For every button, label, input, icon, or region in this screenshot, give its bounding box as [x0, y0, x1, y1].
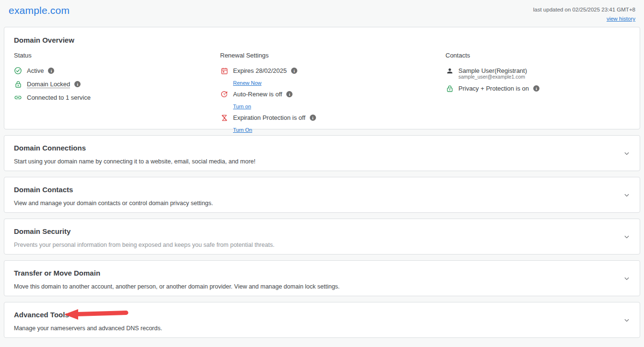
status-connected-label: Connected to 1 service	[27, 94, 91, 101]
renewal-item-expires: Expires 28/02/2025 i	[220, 67, 445, 75]
section-title: Transfer or Move Domain	[14, 269, 630, 277]
renewal-expiration-protection-label: Expiration Protection is off	[233, 114, 305, 121]
section-domain-contacts[interactable]: Domain Contacts View and manage your dom…	[4, 177, 640, 213]
section-title: Domain Connections	[14, 144, 630, 152]
section-description: Start using your domain name by connecti…	[14, 158, 630, 165]
chevron-down-icon[interactable]	[623, 192, 630, 198]
contact-privacy-row: Privacy + Protection is on i	[445, 84, 630, 93]
status-active-label: Active	[27, 67, 44, 74]
turn-on-autorenew-link[interactable]: Turn on	[233, 104, 251, 109]
domain-overview-card: Domain Overview Status Active i Domain L…	[4, 27, 640, 129]
section-description: Manage your nameservers and advanced DNS…	[14, 325, 630, 332]
status-domain-locked-label[interactable]: Domain Locked	[27, 81, 70, 88]
section-description: Prevents your personal information from …	[14, 242, 630, 248]
renewal-item-autorenew: Auto-Renew is off i	[220, 90, 445, 98]
lock-icon	[14, 80, 22, 88]
auto-renew-icon	[220, 90, 228, 98]
renewal-item-expiration-protection: Expiration Protection is off i	[220, 114, 445, 122]
status-item-connected: Connected to 1 service	[14, 93, 220, 102]
view-history-link[interactable]: view history	[607, 16, 635, 22]
section-description: View and manage your domain contacts or …	[14, 200, 630, 207]
contacts-heading: Contacts	[445, 52, 630, 59]
renewal-column: Renewal Settings Expires 28/02/2025 i Re…	[220, 52, 445, 137]
check-circle-icon	[14, 67, 22, 75]
page-header: example.com last updated on 02/25/2025 2…	[0, 0, 644, 27]
chevron-down-icon[interactable]	[623, 317, 630, 324]
renewal-heading: Renewal Settings	[220, 52, 445, 59]
section-domain-security[interactable]: Domain Security Prevents your personal i…	[4, 219, 640, 254]
info-icon[interactable]: i	[291, 68, 297, 74]
renewal-autorenew-label: Auto-Renew is off	[233, 91, 282, 98]
privacy-protection-label: Privacy + Protection is on	[458, 85, 529, 92]
domain-name-title: example.com	[9, 5, 70, 27]
section-title: Domain Contacts	[14, 185, 630, 194]
last-updated-text: last updated on 02/25/2025 23:41 GMT+8	[533, 7, 635, 12]
renewal-expires-label: Expires 28/02/2025	[233, 67, 287, 74]
info-icon[interactable]: i	[310, 115, 316, 121]
link-icon	[14, 93, 22, 102]
info-icon[interactable]: i	[48, 68, 54, 74]
overview-title: Domain Overview	[14, 36, 630, 44]
turn-on-expiration-link[interactable]: Turn On	[233, 127, 252, 133]
lock-icon	[445, 84, 454, 93]
registrant-email: sample_user@example1.com	[458, 74, 630, 80]
chevron-down-icon[interactable]	[623, 150, 630, 157]
info-icon[interactable]: i	[286, 91, 293, 97]
registrant-name: Sample User(Registrant)	[458, 67, 527, 74]
section-advanced-tools[interactable]: Advanced Tools Manage your nameservers a…	[4, 302, 640, 338]
hourglass-disabled-icon	[220, 114, 228, 122]
status-item-active: Active i	[14, 67, 220, 75]
renew-now-link[interactable]: Renew Now	[233, 80, 261, 86]
section-title: Domain Security	[14, 227, 630, 235]
status-column: Status Active i Domain Locked i Con	[14, 52, 220, 137]
chevron-down-icon[interactable]	[623, 275, 630, 282]
section-domain-connections[interactable]: Domain Connections Start using your doma…	[4, 135, 640, 171]
chevron-down-icon[interactable]	[623, 233, 630, 240]
info-icon[interactable]: i	[533, 85, 539, 92]
status-heading: Status	[14, 52, 220, 59]
section-description: Move this domain to another account, ano…	[14, 283, 630, 290]
person-icon	[445, 67, 454, 75]
calendar-icon	[220, 67, 228, 75]
status-item-domain-locked: Domain Locked i	[14, 80, 220, 88]
section-title: Advanced Tools	[14, 311, 630, 319]
contacts-column: Contacts Sample User(Registrant) sample_…	[445, 52, 630, 137]
info-icon[interactable]: i	[74, 81, 81, 87]
section-transfer-or-move[interactable]: Transfer or Move Domain Move this domain…	[4, 260, 640, 296]
